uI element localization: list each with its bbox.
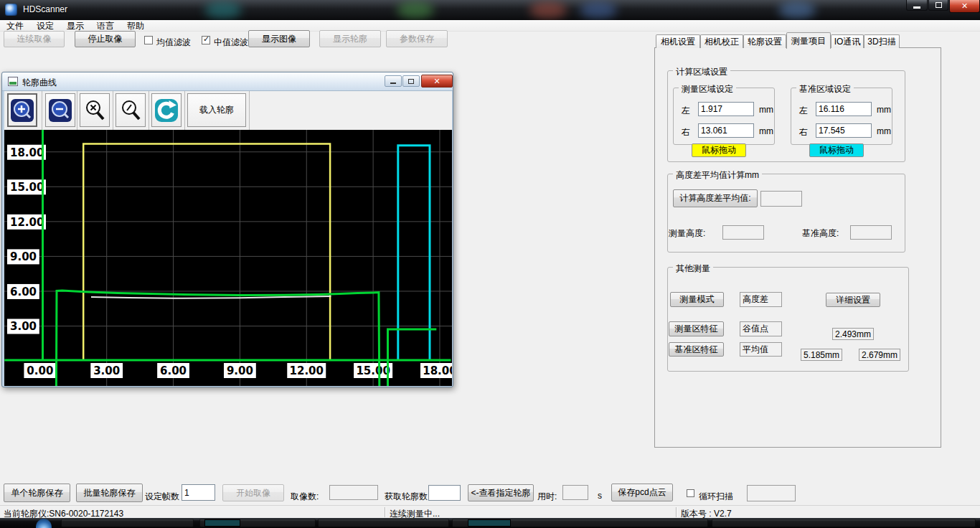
reference-left-label: 左: [799, 105, 808, 117]
ref-height-label: 基准高度:: [802, 227, 839, 240]
measure-region-title: 测量区域设定: [679, 83, 736, 95]
toolbar-separator: [184, 91, 185, 130]
taskbar-item[interactable]: [61, 519, 194, 527]
profile-curve-window: 轮廓曲线 ✕: [1, 72, 453, 387]
x-tick-label: 12.00: [290, 364, 324, 377]
reference-right-unit: mm: [877, 126, 891, 136]
y-tick-label: 9.00: [10, 250, 37, 263]
maximize-button[interactable]: [928, 0, 948, 11]
toolbar-separator: [42, 91, 42, 130]
profile-toolbar: 载入轮廓: [4, 91, 452, 130]
taskbar: [0, 518, 980, 528]
profile-maximize-button[interactable]: [402, 75, 420, 87]
show-profile-button[interactable]: 显示轮廓: [319, 30, 381, 47]
measure-feature-field: 谷值点: [740, 321, 782, 336]
tab-measure-items[interactable]: 测量项目: [786, 32, 831, 49]
measure-left-unit: mm: [759, 105, 773, 115]
close-icon: ✕: [961, 2, 968, 10]
view-profile-button[interactable]: <-查看指定轮廓: [468, 484, 534, 501]
start-capture-button[interactable]: 开始取像: [222, 484, 284, 501]
profile-window-icon: [8, 77, 18, 86]
save-single-profile-button[interactable]: 单个轮廓保存: [4, 484, 70, 502]
frames-input[interactable]: 1: [182, 484, 215, 501]
zoom-in-button[interactable]: [7, 93, 37, 127]
median-filter-checkbox[interactable]: [202, 36, 210, 44]
y-tick-label: 12.00: [10, 216, 44, 229]
measure-left-label: 左: [682, 105, 690, 117]
tab-camera-calibration[interactable]: 相机校正: [700, 34, 743, 48]
white-overlay-line: [91, 296, 331, 298]
measure-mode-button[interactable]: 测量模式: [670, 292, 724, 307]
close-button[interactable]: ✕: [949, 0, 980, 13]
median-filter-label: 中值滤波: [214, 37, 248, 49]
measure-right-input[interactable]: 13.061: [698, 123, 754, 138]
maximize-icon: [936, 2, 942, 8]
calc-region-title: 计算区域设置: [673, 66, 730, 78]
zoom-out-button[interactable]: [45, 93, 75, 127]
height-calc-title: 高度差平均值计算mm: [673, 169, 762, 182]
y-tick-label: 6.00: [10, 286, 37, 298]
tab-profile-settings[interactable]: 轮廓设置: [743, 34, 786, 48]
taskbar-item[interactable]: [712, 519, 976, 527]
y-tick-label: 18.00: [10, 146, 44, 159]
menu-file[interactable]: 文件: [0, 20, 30, 32]
x-tick-label: 6.00: [160, 364, 187, 377]
capture-count-label: 取像数:: [291, 491, 319, 503]
measure-feature-button[interactable]: 测量区特征: [669, 321, 724, 336]
detail-settings-button[interactable]: 详细设置: [826, 293, 880, 307]
height-diff-result-field: [760, 191, 802, 207]
load-profile-button[interactable]: 载入轮廓: [187, 93, 246, 127]
menu-settings[interactable]: 设定: [30, 20, 60, 32]
zoom-out-icon: [48, 98, 72, 123]
menu-language[interactable]: 语言: [90, 20, 121, 32]
mean-filter-label: 均值滤波: [156, 37, 191, 49]
reference-right-label: 右: [799, 126, 808, 138]
reference-left-input[interactable]: 16.116: [816, 102, 872, 116]
start-button[interactable]: [36, 519, 52, 528]
height-calc-group: [667, 174, 905, 253]
tab-3d-scan[interactable]: 3D扫描: [864, 34, 900, 48]
continuous-capture-button[interactable]: 连续取像: [4, 31, 65, 47]
desktop-blob-lightblue: [778, 1, 816, 19]
menu-help[interactable]: 帮助: [121, 20, 151, 32]
tab-camera-settings[interactable]: 相机设置: [656, 34, 700, 48]
reference-right-input[interactable]: 17.545: [816, 123, 872, 138]
save-batch-profile-button[interactable]: 批量轮廓保存: [76, 484, 143, 502]
profiles-count-label: 获取轮廓数: [385, 491, 428, 503]
zoom-reset-button[interactable]: [80, 93, 110, 127]
profiles-count-input[interactable]: [428, 485, 461, 501]
x-tick-label: 3.00: [93, 364, 120, 377]
frames-label: 设定帧数: [145, 491, 179, 503]
measure-left-input[interactable]: 1.917: [698, 102, 754, 116]
elapsed-field: [562, 485, 588, 500]
desktop-blob-blue: [580, 1, 617, 19]
elapsed-label: 用时:: [537, 491, 557, 503]
other-measure-title: 其他测量: [673, 263, 713, 275]
zoom-measure-button[interactable]: [116, 93, 146, 127]
y-tick-label: 15.00: [10, 181, 44, 194]
minimize-button[interactable]: [906, 0, 928, 11]
show-image-button[interactable]: 显示图像: [248, 30, 310, 47]
profile-plot-area[interactable]: 3.006.009.0012.0015.0018.000.003.006.009…: [4, 130, 452, 386]
profile-close-button[interactable]: ✕: [421, 75, 453, 88]
reference-drag-button[interactable]: 鼠标拖动: [809, 143, 864, 157]
refresh-button[interactable]: [151, 93, 182, 127]
menu-display[interactable]: 显示: [60, 20, 90, 32]
y-tick-label: 3.00: [10, 320, 37, 333]
tab-io-comm[interactable]: IO通讯: [831, 34, 864, 48]
calc-height-diff-button[interactable]: 计算高度差平均值:: [673, 189, 758, 207]
profile-minimize-button[interactable]: [385, 75, 402, 87]
measure-drag-button[interactable]: 鼠标拖动: [692, 143, 746, 157]
loop-scan-checkbox[interactable]: [687, 489, 694, 497]
profile-window-titlebar[interactable]: 轮廓曲线 ✕: [2, 72, 453, 91]
profile-chart: 3.006.009.0012.0015.0018.000.003.006.009…: [4, 130, 452, 386]
save-pcd-button[interactable]: 保存pcd点云: [611, 484, 673, 501]
minimize-icon: [913, 6, 920, 9]
mean-filter-checkbox[interactable]: [144, 36, 153, 44]
stop-capture-button[interactable]: 停止取像: [75, 31, 136, 47]
taskbar-item[interactable]: [318, 519, 449, 527]
status-bar: 当前轮廓仪:SN6-0020-1172143 连续测量中... 版本号 : V2…: [0, 505, 980, 518]
toolbar-separator: [77, 91, 77, 130]
save-params-button[interactable]: 参数保存: [386, 30, 448, 47]
ref-feature-button[interactable]: 基准区特征: [669, 342, 724, 357]
